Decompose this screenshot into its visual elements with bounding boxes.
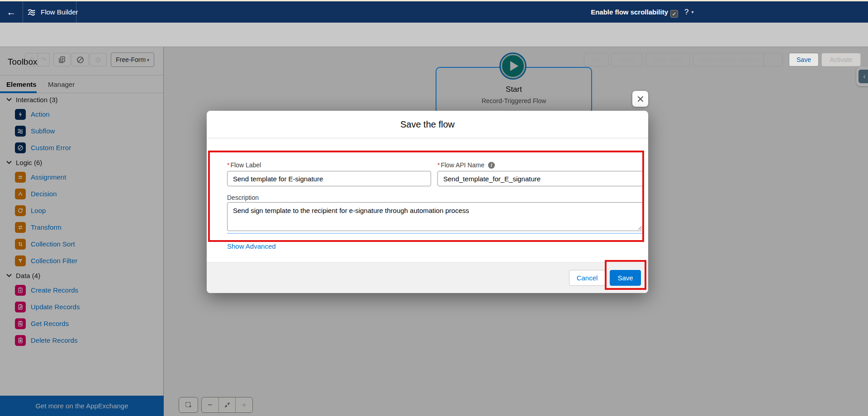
description-label: Description: [227, 194, 259, 201]
help-icon: ?: [684, 8, 688, 17]
update-records-icon: [15, 302, 26, 312]
layout-value: Free-Form: [116, 56, 146, 63]
element-label: Transform: [31, 223, 62, 231]
flow-builder-logo-icon: [26, 7, 37, 18]
start-node-button[interactable]: [501, 54, 525, 78]
zoom-fit-button[interactable]: [218, 397, 236, 412]
scrollability-label: Enable flow scrollability: [591, 1, 668, 23]
flow-api-name-text: Flow API Name: [441, 161, 484, 169]
section-label: Interaction (3): [16, 96, 58, 104]
textarea-focus-underline: [227, 233, 643, 234]
close-icon: [637, 95, 644, 103]
element-get-records[interactable]: Get Records: [0, 315, 163, 332]
element-label: Collection Filter: [31, 257, 77, 265]
flow-label-text: Flow Label: [230, 161, 261, 169]
help-menu[interactable]: ? ▾: [684, 1, 694, 23]
section-logic[interactable]: Logic (6): [0, 156, 163, 169]
view-tests-button[interactable]: View Tests: [645, 53, 690, 66]
activate-button[interactable]: Activate: [821, 53, 861, 66]
zoom-controls: − +: [201, 397, 253, 413]
redo-button[interactable]: ↷: [38, 53, 50, 66]
element-label: Custom Error: [31, 144, 71, 151]
section-data[interactable]: Data (4): [0, 269, 163, 282]
element-loop[interactable]: Loop: [0, 202, 163, 219]
start-node-title: Start: [436, 85, 592, 94]
back-button[interactable]: ←: [5, 5, 18, 19]
section-interaction[interactable]: Interaction (3): [0, 93, 163, 106]
chevron-left-icon: ‹: [863, 72, 866, 81]
description-textarea[interactable]: Send sign template to the recipient for …: [227, 202, 643, 231]
right-panel-toggle[interactable]: ‹: [856, 66, 868, 86]
textarea-resize-grip[interactable]: [637, 225, 642, 230]
element-decision[interactable]: Decision: [0, 185, 163, 202]
assignment-icon: [15, 172, 26, 183]
header-divider: [23, 1, 23, 23]
page-title: Flow Builder: [41, 1, 78, 23]
tab-manager[interactable]: Manager: [48, 76, 75, 93]
element-action[interactable]: Action: [0, 106, 163, 123]
copy-icon: [58, 56, 66, 63]
zoom-fit-icon: [224, 402, 231, 408]
collection-sort-icon: [15, 239, 26, 250]
check-icon: ✓: [672, 11, 676, 17]
element-label: Assignment: [31, 173, 66, 181]
description-text: Description: [227, 194, 259, 201]
view-tests-label: View Tests: [653, 56, 683, 63]
delete-records-icon: [15, 335, 26, 346]
collection-filter-icon: [15, 255, 26, 266]
toolbox-tabs: Elements Manager: [0, 76, 163, 93]
scrollability-checkbox[interactable]: ✓: [670, 10, 678, 18]
save-as-new-version-button[interactable]: Save As New Version: [693, 53, 764, 66]
element-label: Loop: [31, 207, 46, 214]
element-assignment[interactable]: Assignment: [0, 169, 163, 185]
header-divider: [76, 1, 76, 23]
debug-label: Debug: [617, 56, 636, 63]
cancel-button[interactable]: Cancel: [569, 270, 605, 286]
element-delete-records[interactable]: Delete Records: [0, 332, 163, 349]
undo-button[interactable]: ↶: [25, 53, 38, 66]
flow-api-name-input[interactable]: [437, 171, 643, 186]
start-node-text: Start Record-Triggered Flow: [436, 85, 592, 104]
decision-icon: [15, 189, 26, 199]
element-custom-error[interactable]: Custom Error: [0, 139, 163, 156]
chevron-down-icon: ▾: [691, 9, 693, 14]
zoom-out-button[interactable]: −: [202, 397, 218, 412]
element-collection-filter[interactable]: Collection Filter: [0, 252, 163, 269]
modal-title: Save the flow: [207, 111, 648, 138]
save-options-dropdown-button[interactable]: ▾: [764, 53, 782, 66]
app-header: ← Flow Builder Enable flow scrollability…: [0, 1, 868, 23]
canvas-layout-select[interactable]: Free-Form ▾: [111, 52, 154, 67]
chevron-down-icon: [6, 274, 12, 277]
selection-tool-button[interactable]: [179, 397, 198, 413]
modal-save-button[interactable]: Save: [610, 270, 641, 286]
show-advanced-link[interactable]: Show Advanced: [227, 242, 276, 250]
plus-icon: +: [242, 401, 247, 410]
element-subflow[interactable]: Subflow: [0, 123, 163, 139]
flow-label-input[interactable]: [227, 171, 431, 186]
debug-button[interactable]: Debug: [612, 53, 642, 66]
element-label: Get Records: [31, 320, 69, 327]
element-collection-sort[interactable]: Collection Sort: [0, 236, 163, 252]
info-icon[interactable]: i: [488, 162, 495, 169]
run-button[interactable]: Run: [584, 53, 609, 66]
run-label: Run: [591, 56, 602, 63]
undo-icon: ↶: [28, 56, 34, 64]
element-create-records[interactable]: Create Records: [0, 282, 163, 298]
disable-elements-button[interactable]: [71, 53, 89, 66]
selection-tool-icon: [185, 401, 193, 409]
tab-elements[interactable]: Elements: [6, 76, 37, 93]
appexchange-banner[interactable]: Get more on the AppExchange: [0, 396, 164, 416]
zoom-in-button[interactable]: +: [235, 397, 252, 412]
flow-settings-button[interactable]: ⚙: [90, 53, 107, 66]
transform-icon: [15, 222, 26, 233]
info-glyph: i: [491, 163, 492, 168]
subflow-icon: [15, 126, 26, 137]
section-label: Data (4): [16, 272, 40, 279]
copy-elements-button[interactable]: [53, 53, 71, 66]
chevron-down-icon: [6, 161, 12, 164]
toolbar-save-button[interactable]: Save: [789, 53, 819, 66]
modal-close-button[interactable]: [632, 91, 648, 107]
section-label: Logic (6): [16, 159, 42, 166]
element-update-records[interactable]: Update Records: [0, 298, 163, 315]
element-transform[interactable]: Transform: [0, 219, 163, 236]
